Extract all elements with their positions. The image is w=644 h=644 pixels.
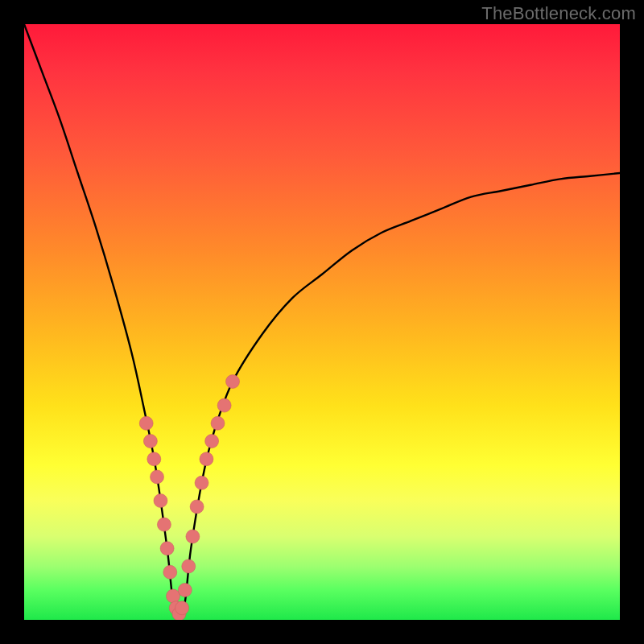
chart-frame: TheBottleneck.com (0, 0, 644, 644)
data-marker (147, 452, 161, 466)
data-marker (160, 542, 174, 555)
data-marker (154, 494, 167, 508)
data-marker (151, 470, 164, 484)
data-marker (195, 476, 208, 489)
data-marker (211, 416, 225, 430)
chart-svg (24, 24, 620, 620)
data-marker (200, 452, 213, 466)
data-marker (182, 559, 196, 573)
data-marker (190, 500, 204, 514)
plot-area (24, 24, 620, 620)
data-marker (186, 530, 200, 543)
watermark-text: TheBottleneck.com (481, 3, 636, 24)
data-marker (226, 375, 240, 389)
data-marker (175, 601, 189, 615)
data-marker (139, 416, 153, 430)
data-marker (163, 565, 177, 579)
data-marker (167, 589, 180, 603)
data-marker (157, 518, 171, 531)
data-marker (217, 398, 231, 412)
bottleneck-curve (24, 24, 620, 620)
data-marker (205, 435, 219, 448)
data-marker (143, 435, 157, 448)
data-marker (178, 584, 192, 597)
